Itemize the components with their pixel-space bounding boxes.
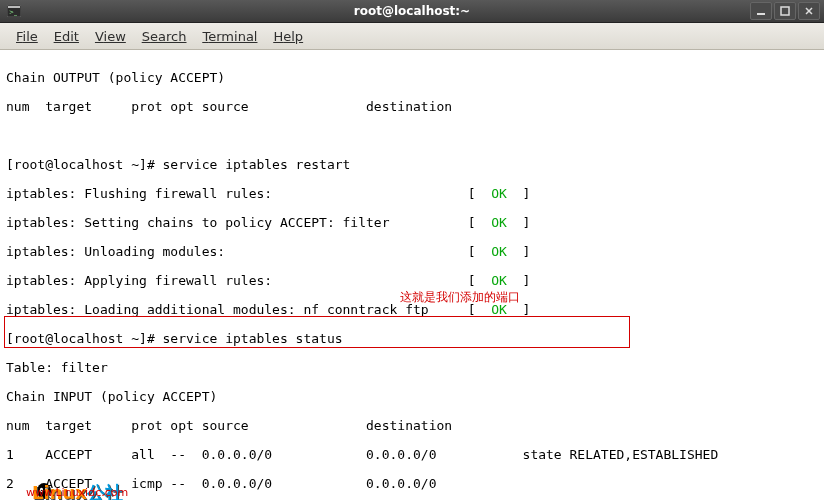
status-ok: OK: [491, 273, 507, 288]
output-text: iptables: Flushing firewall rules:: [6, 186, 468, 201]
menu-file[interactable]: File: [8, 26, 46, 47]
output-line: num target prot opt source destination: [6, 100, 818, 115]
menu-edit[interactable]: Edit: [46, 26, 87, 47]
bracket: ]: [507, 273, 530, 288]
svg-rect-4: [781, 7, 789, 15]
status-ok: OK: [491, 186, 507, 201]
output-line: Table: filter: [6, 361, 818, 376]
output-line: [root@localhost ~]# service iptables sta…: [6, 332, 818, 347]
output-text: iptables: Unloading modules:: [6, 244, 468, 259]
status-ok: OK: [491, 244, 507, 259]
maximize-button[interactable]: [774, 2, 796, 20]
menu-file-label: File: [16, 29, 38, 44]
close-button[interactable]: [798, 2, 820, 20]
output-text: iptables: Applying firewall rules:: [6, 273, 468, 288]
window-titlebar: >_ root@localhost:~: [0, 0, 824, 23]
menu-terminal-label: Terminal: [203, 29, 258, 44]
output-line: 1 ACCEPT all -- 0.0.0.0/0 0.0.0.0/0 stat…: [6, 448, 818, 463]
output-text: iptables: Loading additional modules: nf…: [6, 302, 468, 317]
terminal-output[interactable]: Chain OUTPUT (policy ACCEPT) num target …: [0, 50, 824, 500]
output-text: iptables: Setting chains to policy ACCEP…: [6, 215, 468, 230]
terminal-app-icon: >_: [6, 3, 22, 19]
menu-view-label: View: [95, 29, 126, 44]
output-line: [root@localhost ~]# service iptables res…: [6, 158, 818, 173]
minimize-button[interactable]: [750, 2, 772, 20]
bracket: [: [468, 302, 491, 317]
watermark: Linux 公社 www.Linuxidc.com: [4, 466, 123, 500]
menu-search-label: Search: [142, 29, 187, 44]
bracket: [: [468, 186, 491, 201]
output-line: num target prot opt source destination: [6, 419, 818, 434]
menu-bar: File Edit View Search Terminal Help: [0, 23, 824, 50]
menu-terminal[interactable]: Terminal: [195, 26, 266, 47]
window-controls: [750, 0, 820, 22]
watermark-url: www.Linuxidc.com: [26, 486, 128, 501]
bracket: ]: [507, 215, 530, 230]
status-ok: OK: [491, 302, 507, 317]
menu-help[interactable]: Help: [265, 26, 311, 47]
output-line: iptables: Flushing firewall rules: [ OK …: [6, 187, 818, 202]
output-line: Chain OUTPUT (policy ACCEPT): [6, 71, 818, 86]
output-line: iptables: Setting chains to policy ACCEP…: [6, 216, 818, 231]
bracket: [: [468, 273, 491, 288]
output-line: iptables: Applying firewall rules: [ OK …: [6, 274, 818, 289]
output-line: [6, 129, 818, 144]
output-line: iptables: Unloading modules: [ OK ]: [6, 245, 818, 260]
output-line: iptables: Loading additional modules: nf…: [6, 303, 818, 318]
window-title: root@localhost:~: [0, 4, 824, 18]
bracket: [: [468, 215, 491, 230]
menu-search[interactable]: Search: [134, 26, 195, 47]
menu-edit-label: Edit: [54, 29, 79, 44]
bracket: ]: [507, 302, 530, 317]
bracket: [: [468, 244, 491, 259]
menu-view[interactable]: View: [87, 26, 134, 47]
bracket: ]: [507, 186, 530, 201]
bracket: ]: [507, 244, 530, 259]
svg-text:>_: >_: [9, 8, 18, 16]
menu-help-label: Help: [273, 29, 303, 44]
svg-rect-3: [757, 13, 765, 15]
output-line: Chain INPUT (policy ACCEPT): [6, 390, 818, 405]
status-ok: OK: [491, 215, 507, 230]
